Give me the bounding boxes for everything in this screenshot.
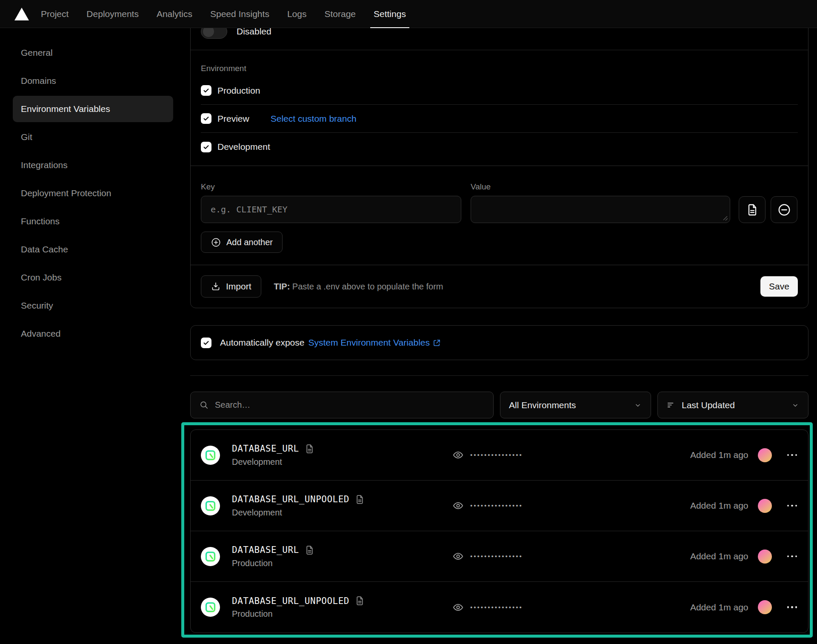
- added-timestamp: Added 1m ago: [690, 602, 748, 613]
- neon-integration-icon: [201, 496, 220, 515]
- filters-row: All Environments Last Updated: [190, 392, 808, 418]
- import-button[interactable]: Import: [201, 275, 261, 298]
- checkbox-label: Development: [217, 142, 270, 152]
- sidebar-item-advanced[interactable]: Advanced: [13, 321, 173, 347]
- import-download-icon: [211, 281, 221, 292]
- value-input[interactable]: [471, 196, 730, 223]
- value-label: Value: [471, 182, 730, 192]
- hidden-value-dots: •••••••••••••••: [470, 552, 523, 560]
- nav-item-project[interactable]: Project: [41, 0, 69, 28]
- check-icon: [203, 87, 210, 94]
- note-icon[interactable]: [304, 545, 315, 555]
- env-var-row[interactable]: DATABASE_URL Production ••••••••••••••• …: [191, 531, 808, 582]
- sidebar-item-domains[interactable]: Domains: [13, 68, 173, 94]
- sidebar-item-git[interactable]: Git: [13, 124, 173, 150]
- select-custom-branch-link[interactable]: Select custom branch: [271, 114, 357, 124]
- reveal-value-eye-icon[interactable]: [452, 449, 464, 461]
- env-var-list-wrap: DATABASE_URL Development •••••••••••••••…: [190, 429, 808, 633]
- file-icon: [746, 203, 759, 217]
- search-input[interactable]: [215, 400, 485, 410]
- neon-integration-icon: [201, 598, 220, 617]
- note-icon[interactable]: [304, 444, 315, 454]
- reveal-value-eye-icon[interactable]: [452, 551, 464, 562]
- check-icon: [203, 115, 210, 122]
- system-env-link-label: System Environment Variables: [308, 338, 430, 348]
- row-menu-button[interactable]: [786, 502, 798, 509]
- sidebar-item-cron-jobs[interactable]: Cron Jobs: [13, 264, 173, 291]
- nav-item-logs[interactable]: Logs: [287, 0, 307, 28]
- key-input[interactable]: [201, 196, 461, 223]
- env-var-environment: Development: [232, 457, 315, 467]
- section-divider: [190, 375, 808, 376]
- sort-dropdown[interactable]: Last Updated: [657, 392, 808, 418]
- environment-filter-dropdown[interactable]: All Environments: [500, 392, 651, 418]
- sidebar-item-general[interactable]: General: [13, 40, 173, 66]
- sidebar-item-deployment-protection[interactable]: Deployment Protection: [13, 180, 173, 206]
- check-icon: [203, 339, 210, 346]
- paste-env-button[interactable]: [739, 196, 766, 223]
- search-box: [190, 392, 494, 418]
- checkbox-production[interactable]: [201, 85, 211, 96]
- import-tip: TIP: Paste a .env above to populate the …: [274, 282, 443, 292]
- avatar: [758, 499, 772, 513]
- checkbox-development[interactable]: [201, 142, 211, 152]
- system-env-variables-link[interactable]: System Environment Variables: [308, 338, 441, 348]
- added-timestamp: Added 1m ago: [690, 551, 748, 561]
- checkbox-auto-expose[interactable]: [201, 338, 211, 348]
- vercel-logo-icon[interactable]: [14, 8, 29, 20]
- nav-item-analytics[interactable]: Analytics: [157, 0, 192, 28]
- env-var-name: DATABASE_URL: [232, 545, 299, 555]
- note-icon[interactable]: [354, 595, 365, 606]
- nav-item-storage[interactable]: Storage: [324, 0, 356, 28]
- sidebar-item-functions[interactable]: Functions: [13, 208, 173, 235]
- sidebar-item-data-cache[interactable]: Data Cache: [13, 236, 173, 263]
- env-var-form-panel: Disabled Environment Production Preview …: [190, 13, 808, 308]
- check-icon: [203, 143, 210, 151]
- chevron-down-icon: [634, 401, 642, 409]
- row-menu-button[interactable]: [786, 604, 798, 611]
- reveal-value-eye-icon[interactable]: [452, 601, 464, 613]
- key-label: Key: [201, 182, 461, 192]
- reveal-value-eye-icon[interactable]: [452, 500, 464, 512]
- added-timestamp: Added 1m ago: [690, 501, 748, 511]
- top-nav: Project Deployments Analytics Speed Insi…: [0, 0, 817, 28]
- sidebar-item-security[interactable]: Security: [13, 292, 173, 319]
- resize-grip-icon[interactable]: [723, 215, 728, 221]
- nav-item-speed-insights[interactable]: Speed Insights: [210, 0, 269, 28]
- checkbox-label: Preview: [217, 114, 249, 124]
- neon-integration-icon: [201, 446, 220, 465]
- key-value-section: Key Value: [191, 166, 808, 265]
- sort-value: Last Updated: [682, 400, 735, 410]
- checkbox-preview[interactable]: [201, 113, 211, 124]
- sidebar-item-integrations[interactable]: Integrations: [13, 152, 173, 178]
- add-another-button[interactable]: Add another: [201, 232, 283, 253]
- hidden-value-dots: •••••••••••••••: [470, 451, 523, 458]
- env-var-environment: Development: [232, 508, 365, 518]
- system-env-panel: Automatically expose System Environment …: [190, 325, 808, 360]
- environment-filter-value: All Environments: [509, 400, 576, 410]
- env-var-row[interactable]: DATABASE_URL_UNPOOLED Development ••••••…: [191, 481, 808, 531]
- sidebar-item-environment-variables[interactable]: Environment Variables: [13, 96, 173, 122]
- note-icon[interactable]: [354, 494, 365, 505]
- env-var-row[interactable]: DATABASE_URL Development •••••••••••••••…: [191, 430, 808, 481]
- row-menu-button[interactable]: [786, 452, 798, 459]
- hidden-value-dots: •••••••••••••••: [470, 502, 523, 509]
- save-button[interactable]: Save: [760, 276, 798, 297]
- nav-item-deployments[interactable]: Deployments: [86, 0, 139, 28]
- import-label: Import: [226, 281, 251, 292]
- avatar: [758, 550, 772, 564]
- remove-row-button[interactable]: [771, 196, 797, 223]
- neon-integration-icon: [201, 547, 220, 566]
- env-var-name: DATABASE_URL_UNPOOLED: [232, 596, 349, 606]
- search-icon: [199, 400, 209, 410]
- env-var-environment: Production: [232, 558, 315, 568]
- settings-content: Disabled Environment Production Preview …: [190, 28, 808, 633]
- external-link-icon: [432, 338, 441, 347]
- added-timestamp: Added 1m ago: [690, 450, 748, 460]
- env-var-row[interactable]: DATABASE_URL_UNPOOLED Production •••••••…: [191, 582, 808, 633]
- environment-section: Environment Production Preview Select cu…: [191, 50, 808, 166]
- row-menu-button[interactable]: [786, 553, 798, 560]
- nav-item-settings[interactable]: Settings: [374, 0, 406, 28]
- hidden-value-dots: •••••••••••••••: [470, 603, 523, 610]
- settings-sidebar: General Domains Environment Variables Gi…: [13, 28, 173, 349]
